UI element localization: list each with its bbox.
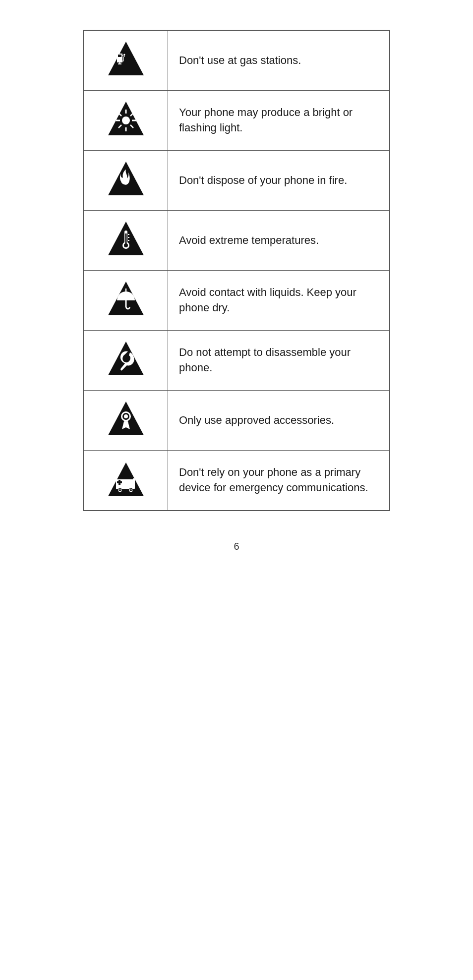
disassemble-icon [106, 340, 146, 379]
table-row: Don't rely on your phone as a primary de… [84, 451, 390, 511]
safety-warnings-table: Don't use at gas stations. [83, 30, 390, 511]
svg-marker-28 [108, 342, 144, 375]
svg-point-32 [124, 414, 128, 418]
gas-station-icon [106, 40, 146, 79]
svg-rect-38 [123, 480, 134, 488]
svg-point-21 [124, 243, 128, 247]
svg-point-5 [123, 54, 125, 56]
table-row: Your phone may produce a bright or flash… [84, 91, 390, 151]
row-6-text: Do not attempt to disassemble your phone… [179, 346, 351, 374]
svg-point-40 [119, 489, 121, 491]
svg-rect-20 [125, 233, 126, 244]
svg-marker-0 [108, 42, 144, 75]
svg-rect-43 [133, 478, 135, 480]
svg-rect-37 [118, 480, 120, 485]
table-row: Don't dispose of your phone in fire. [84, 151, 390, 211]
table-row: Avoid extreme temperatures. [84, 211, 390, 271]
emergency-icon [106, 460, 146, 499]
fire-icon [106, 160, 146, 199]
row-1-text: Don't use at gas stations. [179, 54, 301, 66]
svg-rect-4 [118, 63, 121, 64]
flash-light-icon [106, 100, 146, 139]
accessories-icon [106, 400, 146, 439]
svg-point-42 [130, 489, 132, 491]
temperature-icon [106, 220, 146, 259]
liquid-icon [106, 280, 146, 319]
row-4-text: Avoid extreme temperatures. [179, 234, 319, 246]
table-row: Don't use at gas stations. [84, 31, 390, 91]
page-number: 6 [234, 541, 239, 552]
svg-point-7 [122, 116, 130, 124]
row-7-text: Only use approved accessories. [179, 414, 334, 426]
table-row: Do not attempt to disassemble your phone… [84, 331, 390, 391]
table-row: Only use approved accessories. [84, 391, 390, 451]
row-5-text: Avoid contact with liquids. Keep your ph… [179, 286, 356, 314]
svg-rect-2 [118, 55, 121, 57]
table-row: Avoid contact with liquids. Keep your ph… [84, 271, 390, 331]
row-2-text: Your phone may produce a bright or flash… [179, 106, 353, 134]
row-3-text: Don't dispose of your phone in fire. [179, 174, 347, 186]
row-8-text: Don't rely on your phone as a primary de… [179, 466, 368, 494]
